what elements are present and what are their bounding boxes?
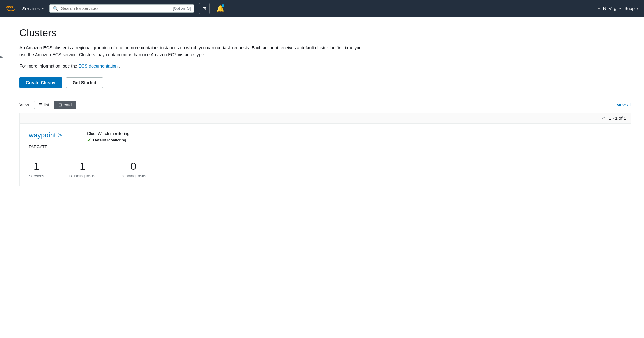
region-selector[interactable]: ▼ <box>597 7 601 10</box>
navbar: aws Services ▼ 🔍 [Option+S] ⊡ 🔔 ▼ N. Vir… <box>0 0 644 17</box>
stat-services-label: Services <box>29 174 44 178</box>
notifications-button[interactable]: 🔔 <box>215 3 225 14</box>
cluster-name-link[interactable]: waypoint > <box>29 131 62 139</box>
cluster-type: FARGATE <box>29 144 622 149</box>
region-text: N. Virgi <box>603 6 618 11</box>
stat-pending-number: 0 <box>130 161 136 172</box>
ecs-doc-link[interactable]: ECS documentation <box>79 64 118 69</box>
check-icon: ✔ <box>87 137 91 143</box>
cluster-divider <box>29 154 622 154</box>
search-shortcut: [Option+S] <box>173 6 191 11</box>
card-view-button[interactable]: ⊞ card <box>54 101 76 109</box>
stat-pending-label: Pending tasks <box>120 174 146 178</box>
services-chevron-icon: ▼ <box>42 7 45 10</box>
view-controls: View ☰ list ⊞ card <box>19 101 76 109</box>
support-menu[interactable]: Supp ▼ <box>624 6 639 11</box>
main-content: Clusters An Amazon ECS cluster is a regi… <box>7 17 644 338</box>
search-input[interactable] <box>61 6 170 11</box>
cluster-monitoring: CloudWatch monitoring ✔ Default Monitori… <box>87 131 130 143</box>
doc-prefix: For more information, see the <box>19 64 79 69</box>
terminal-icon: ⊡ <box>203 6 206 11</box>
list-label: list <box>44 103 49 107</box>
action-buttons: Create Cluster Get Started <box>19 77 631 88</box>
view-toggle: ☰ list ⊞ card <box>34 101 76 109</box>
nav-right: ▼ N. Virgi ▼ Supp ▼ <box>597 6 639 11</box>
svg-text:aws: aws <box>6 5 13 9</box>
stat-running-number: 1 <box>80 161 85 172</box>
create-cluster-button[interactable]: Create Cluster <box>19 77 62 88</box>
get-started-button[interactable]: Get Started <box>66 77 103 88</box>
region-arrow-icon: ▼ <box>597 7 601 10</box>
support-chevron-icon: ▼ <box>636 7 639 10</box>
view-all-link[interactable]: view all <box>617 102 631 107</box>
card-icon: ⊞ <box>58 103 62 107</box>
stat-pending-tasks: 0 Pending tasks <box>120 161 146 178</box>
page-title: Clusters <box>19 27 631 39</box>
support-label: Supp <box>624 6 635 11</box>
view-section: View ☰ list ⊞ card view all <box>19 101 631 109</box>
card-label: card <box>64 103 72 107</box>
sidebar-toggle[interactable]: ▶ <box>0 17 7 338</box>
search-icon: 🔍 <box>53 6 58 11</box>
stat-services: 1 Services <box>29 161 44 178</box>
cluster-card: waypoint > CloudWatch monitoring ✔ Defau… <box>19 123 631 186</box>
view-label: View <box>19 102 29 107</box>
services-menu[interactable]: Services ▼ <box>22 6 44 11</box>
monitoring-value-text: Default Monitoring <box>93 138 126 142</box>
services-label: Services <box>22 6 40 11</box>
terminal-button[interactable]: ⊡ <box>199 3 210 14</box>
aws-logo: aws <box>5 3 17 14</box>
cluster-stats: 1 Services 1 Running tasks 0 Pending tas… <box>29 161 622 178</box>
cluster-card-header: waypoint > CloudWatch monitoring ✔ Defau… <box>29 131 622 143</box>
list-icon: ☰ <box>39 103 42 107</box>
stat-running-label: Running tasks <box>69 174 95 178</box>
page-description: An Amazon ECS cluster is a regional grou… <box>19 44 365 58</box>
page-wrapper: ▶ Clusters An Amazon ECS cluster is a re… <box>0 17 644 338</box>
pagination-prev-button[interactable]: < <box>602 116 605 121</box>
region-chevron-icon: ▼ <box>619 7 622 10</box>
monitoring-value: ✔ Default Monitoring <box>87 137 130 143</box>
stat-services-number: 1 <box>34 161 39 172</box>
pagination-text: 1 - 1 of 1 <box>609 116 626 121</box>
sidebar-toggle-arrow-icon: ▶ <box>0 55 3 59</box>
list-view-button[interactable]: ☰ list <box>34 101 54 109</box>
doc-link-paragraph: For more information, see the ECS docume… <box>19 64 631 69</box>
doc-suffix: . <box>119 64 120 69</box>
pagination-bar: < 1 - 1 of 1 <box>19 113 631 123</box>
region-label[interactable]: N. Virgi ▼ <box>603 6 622 11</box>
stat-running-tasks: 1 Running tasks <box>69 161 95 178</box>
search-bar[interactable]: 🔍 [Option+S] <box>49 4 194 13</box>
monitoring-title: CloudWatch monitoring <box>87 131 130 136</box>
